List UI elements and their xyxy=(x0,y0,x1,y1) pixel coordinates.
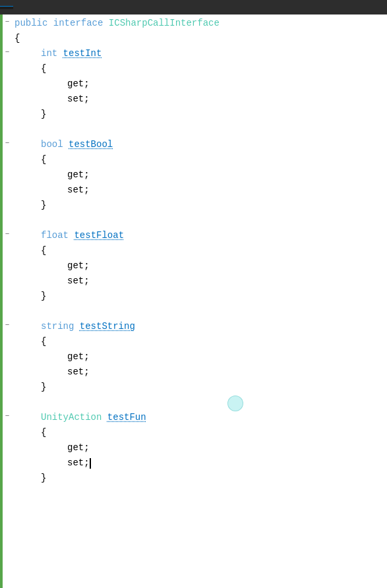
code-line-14: float testFloat xyxy=(15,228,387,243)
code-content[interactable]: public interface ICSharpCallInterface{in… xyxy=(12,15,387,588)
code-line-9: { xyxy=(15,152,387,167)
code-line-11: set; xyxy=(15,183,387,198)
token-5-0: set; xyxy=(67,92,90,107)
fold-icon-20[interactable] xyxy=(3,318,12,333)
token-20-0: string xyxy=(41,319,80,334)
token-22-0: get; xyxy=(67,349,90,365)
code-line-22: get; xyxy=(15,349,387,365)
fold-icon-8[interactable] xyxy=(3,136,12,151)
token-2-1: testInt xyxy=(63,46,102,61)
token-6-0: } xyxy=(41,107,46,122)
token-16-0: get; xyxy=(67,258,90,274)
code-line-15: { xyxy=(15,243,387,258)
code-line-5: set; xyxy=(15,92,387,107)
code-line-23: set; xyxy=(15,365,387,380)
fold-icon-14[interactable] xyxy=(3,227,12,242)
code-line-30: } xyxy=(15,471,387,486)
token-18-0: } xyxy=(41,289,46,304)
code-line-2: int testInt xyxy=(15,46,387,61)
token-3-0: { xyxy=(41,61,46,76)
code-line-3: { xyxy=(15,61,387,76)
token-27-0: { xyxy=(41,425,46,440)
fold-icon-26[interactable] xyxy=(3,409,12,424)
code-line-13 xyxy=(15,213,387,228)
token-17-0: set; xyxy=(67,274,90,289)
code-line-6: } xyxy=(15,107,387,122)
token-14-0: float xyxy=(41,228,74,243)
token-21-0: { xyxy=(41,334,46,349)
code-line-27: { xyxy=(15,425,387,440)
code-line-21: { xyxy=(15,334,387,349)
token-8-1: testBool xyxy=(69,137,113,152)
code-line-24: } xyxy=(15,380,387,395)
fold-icon-2[interactable] xyxy=(3,45,12,60)
code-line-4: get; xyxy=(15,76,387,92)
tab-bar xyxy=(0,0,387,15)
code-line-1: { xyxy=(15,31,387,46)
token-30-0: } xyxy=(41,471,46,486)
code-line-25 xyxy=(15,395,387,410)
code-line-12: } xyxy=(15,198,387,213)
code-line-28: get; xyxy=(15,440,387,456)
token-10-0: get; xyxy=(67,167,90,183)
code-line-0: public interface ICSharpCallInterface xyxy=(15,16,387,31)
token-12-0: } xyxy=(41,198,46,213)
code-area: public interface ICSharpCallInterface{in… xyxy=(0,15,387,588)
token-15-0: { xyxy=(41,243,46,258)
code-line-26: UnityAction testFun xyxy=(15,410,387,425)
code-line-8: bool testBool xyxy=(15,137,387,152)
token-9-0: { xyxy=(41,152,46,167)
token-1-0: { xyxy=(15,31,20,46)
token-28-0: get; xyxy=(67,440,90,456)
token-20-1: testString xyxy=(80,319,135,334)
token-24-0: } xyxy=(41,380,46,395)
token-0-2: ICSharpCallInterface xyxy=(109,16,220,31)
code-line-17: set; xyxy=(15,274,387,289)
token-2-0: int xyxy=(41,46,63,61)
token-14-1: testFloat xyxy=(74,228,124,243)
token-23-0: set; xyxy=(67,365,90,380)
code-line-29: set; xyxy=(15,456,387,471)
token-29-0: set xyxy=(67,456,84,471)
token-11-0: set; xyxy=(67,183,90,198)
token-26-0: UnityAction xyxy=(41,410,107,425)
token-4-0: get; xyxy=(67,76,90,92)
code-line-7 xyxy=(15,122,387,137)
code-line-16: get; xyxy=(15,258,387,274)
token-26-1: testFun xyxy=(107,410,146,425)
fold-icon-0[interactable] xyxy=(3,15,12,30)
fold-gutter xyxy=(3,15,12,588)
code-editor: public interface ICSharpCallInterface{in… xyxy=(0,0,387,588)
code-line-19 xyxy=(15,304,387,319)
token-0-1: interface xyxy=(53,16,109,31)
code-line-20: string testString xyxy=(15,319,387,334)
tab-icsharp[interactable] xyxy=(0,6,13,9)
code-line-18: } xyxy=(15,289,387,304)
text-cursor xyxy=(90,458,91,469)
token-8-0: bool xyxy=(41,137,69,152)
token-0-0: public xyxy=(15,16,53,31)
code-line-10: get; xyxy=(15,167,387,183)
